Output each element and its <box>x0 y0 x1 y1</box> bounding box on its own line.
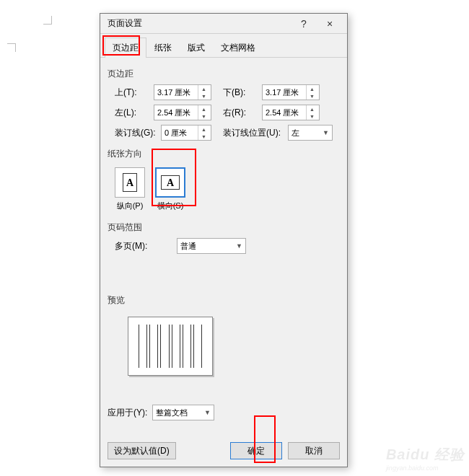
portrait-icon: A <box>115 167 145 198</box>
dialog-title: 页面设置 <box>108 17 291 30</box>
landscape-icon: A <box>155 167 185 198</box>
apply-to-select[interactable]: 整篇文档 ▼ <box>152 405 214 420</box>
margins-row-gutter: 装订线(G): ▲▼ 装订线位置(U): 左 ▼ <box>108 125 340 141</box>
gutter-pos-label: 装订线位置(U): <box>223 127 288 139</box>
multi-pages-value: 普通 <box>180 241 196 252</box>
left-margin-spinner[interactable]: ▲▼ <box>154 105 211 120</box>
tab-paper[interactable]: 纸张 <box>146 38 180 58</box>
orientation-row: A 纵向(P) A 横向(S) <box>108 164 340 214</box>
help-button[interactable]: ? <box>291 15 317 32</box>
multi-pages-label: 多页(M): <box>115 240 155 252</box>
spinner-buttons[interactable]: ▲▼ <box>306 85 317 100</box>
orientation-portrait[interactable]: A 纵向(P) <box>115 167 145 211</box>
page-corner-mark <box>43 16 52 25</box>
svg-text:A: A <box>126 177 134 188</box>
landscape-label: 横向(S) <box>155 200 185 211</box>
chevron-down-icon: ▼ <box>204 409 211 416</box>
orientation-landscape[interactable]: A 横向(S) <box>155 167 185 211</box>
apply-row: 应用于(Y): 整篇文档 ▼ <box>108 405 340 420</box>
ok-button[interactable]: 确定 <box>230 442 282 459</box>
set-default-button[interactable]: 设为默认值(D) <box>108 442 176 459</box>
chevron-down-icon: ▼ <box>236 242 242 250</box>
tab-grid[interactable]: 文档网格 <box>213 38 263 58</box>
page-corner-mark <box>7 43 16 52</box>
pages-group-label: 页码范围 <box>108 221 340 234</box>
page-setup-dialog: 页面设置 ? × 页边距 纸张 版式 文档网格 页边距 上(T): ▲▼ 下(B… <box>100 13 348 467</box>
margins-group-label: 页边距 <box>108 68 340 80</box>
spinner-buttons[interactable]: ▲▼ <box>306 105 317 120</box>
gutter-spinner[interactable]: ▲▼ <box>161 125 211 141</box>
top-margin-input[interactable] <box>154 85 198 100</box>
preview-group-label: 预览 <box>108 294 340 307</box>
margins-row-topbottom: 上(T): ▲▼ 下(B): ▲▼ <box>108 84 340 100</box>
dialog-body: 页边距 上(T): ▲▼ 下(B): ▲▼ 左(L): ▲▼ 右(R): <box>100 58 347 436</box>
right-margin-label: 右(R): <box>223 107 262 119</box>
top-margin-label: 上(T): <box>115 87 154 99</box>
top-margin-spinner[interactable]: ▲▼ <box>154 84 211 100</box>
tab-margins[interactable]: 页边距 <box>105 38 146 58</box>
pages-row: 多页(M): 普通 ▼ <box>108 238 340 254</box>
gutter-input[interactable] <box>162 125 198 140</box>
close-button[interactable]: × <box>317 15 343 32</box>
portrait-label: 纵向(P) <box>115 200 145 211</box>
spinner-buttons[interactable]: ▲▼ <box>198 85 209 100</box>
left-margin-input[interactable] <box>154 105 198 120</box>
bottom-margin-spinner[interactable]: ▲▼ <box>262 84 320 100</box>
bottom-margin-label: 下(B): <box>223 87 262 99</box>
tab-layout[interactable]: 版式 <box>180 38 213 58</box>
gutter-label: 装订线(G): <box>115 127 161 139</box>
spinner-buttons[interactable]: ▲▼ <box>198 105 209 120</box>
left-margin-label: 左(L): <box>115 107 154 119</box>
multi-pages-select[interactable]: 普通 ▼ <box>177 238 246 254</box>
bottom-margin-input[interactable] <box>263 85 306 100</box>
gutter-pos-value: 左 <box>292 128 299 138</box>
watermark: Baidu 经验 jingyan.baidu.com <box>386 445 465 472</box>
svg-text:A: A <box>167 177 175 188</box>
apply-to-value: 整篇文档 <box>156 407 188 418</box>
cancel-button[interactable]: 取消 <box>288 442 340 459</box>
spinner-buttons[interactable]: ▲▼ <box>198 125 209 140</box>
apply-to-label: 应用于(Y): <box>108 407 152 419</box>
tab-strip: 页边距 纸张 版式 文档网格 <box>100 34 347 58</box>
titlebar: 页面设置 ? × <box>100 14 347 34</box>
preview-area <box>128 317 213 376</box>
orientation-group-label: 纸张方向 <box>108 148 340 160</box>
dialog-footer: 设为默认值(D) 确定 取消 <box>100 436 347 467</box>
right-margin-spinner[interactable]: ▲▼ <box>262 105 320 120</box>
right-margin-input[interactable] <box>263 105 306 120</box>
margins-row-leftright: 左(L): ▲▼ 右(R): ▲▼ <box>108 105 340 120</box>
chevron-down-icon: ▼ <box>323 129 329 136</box>
gutter-pos-select[interactable]: 左 ▼ <box>288 125 333 141</box>
